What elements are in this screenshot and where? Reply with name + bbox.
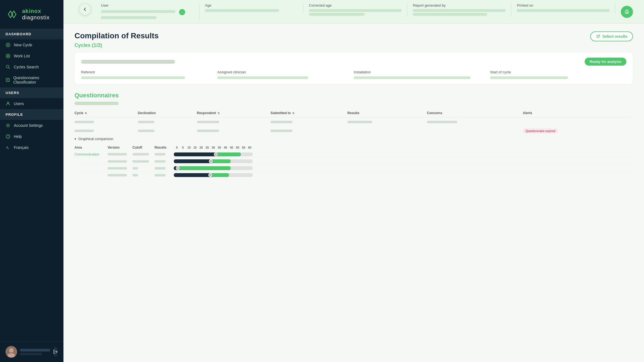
logo-text: akinox diagnostix (22, 8, 50, 21)
field-label: Referent (81, 70, 211, 74)
version-bar (108, 174, 127, 176)
progress-dot (176, 166, 180, 170)
field-label: Assigned clinician (217, 70, 347, 74)
logo-bottom: diagnostix (22, 14, 50, 21)
info-label-age: Age (205, 3, 298, 7)
select-results-button[interactable]: Select results (590, 31, 633, 41)
cutoff-bar (132, 153, 149, 155)
results-bar (155, 153, 166, 155)
print-button[interactable] (621, 6, 633, 18)
cycles-subtitle: Cycles (1/2) (74, 42, 633, 48)
col-results: Results (155, 144, 174, 151)
sidebar-item-cycles-search[interactable]: Cycles Search (0, 61, 63, 73)
svg-point-5 (7, 55, 9, 57)
table-row: Questionnaire expired (74, 126, 633, 135)
cell-bar (197, 130, 219, 132)
cell-bar (138, 121, 155, 123)
svg-text:?: ? (7, 135, 9, 138)
sidebar-item-new-cycle[interactable]: New Cycle (0, 39, 63, 50)
cutoff-bar (132, 160, 149, 163)
cell-bar (197, 121, 219, 123)
comparison-row: Communication (74, 151, 633, 158)
info-label-corrected-age: Corrected age (309, 3, 402, 7)
sidebar-item-help[interactable]: ? Help (0, 131, 63, 142)
comparison-table: Area Version Cutoff Results 0 5 10 15 20 (74, 144, 633, 178)
sidebar-item-label: Users (14, 101, 24, 106)
cell-bar (138, 130, 155, 132)
svg-rect-0 (6, 8, 19, 21)
svg-point-4 (6, 54, 10, 58)
plus-icon (6, 42, 10, 47)
sidebar-item-work-list[interactable]: Work List (0, 50, 63, 61)
sort-icon: ⇅ (292, 112, 294, 115)
sidebar-item-questionnaires-classification[interactable]: Questionnaires Classification (0, 73, 63, 87)
cell-bar (347, 121, 372, 123)
sidebar-item-label: Work List (14, 54, 30, 58)
user-value-bar (101, 10, 175, 13)
logout-button[interactable] (53, 347, 58, 356)
svg-point-18 (9, 348, 14, 353)
svg-point-12 (7, 125, 9, 126)
comparison-row (74, 165, 633, 172)
cell-bar (74, 130, 94, 132)
search-icon (6, 65, 10, 69)
language-icon: Ax (6, 145, 10, 150)
chevron-down-icon: ▾ (74, 137, 76, 141)
cell-bar (270, 121, 292, 123)
questionnaires-title: Questionnaires (74, 92, 633, 99)
cycle-fields: Referent Assigned clinician Installation… (81, 70, 626, 79)
info-label-user: User (101, 3, 194, 7)
field-value-bar (354, 76, 470, 79)
user-badge-icon: ♀ (179, 9, 185, 15)
help-icon: ? (6, 134, 10, 139)
avatar (6, 346, 17, 358)
info-col-user: User ♀ (95, 3, 199, 20)
col-scale: 0 5 10 15 20 25 30 35 40 45 50 (174, 144, 633, 151)
results-bar (155, 174, 166, 176)
info-col-report-generated: Report generated by (407, 3, 511, 17)
version-bar (108, 153, 127, 155)
back-button[interactable] (79, 3, 91, 15)
select-results-label: Select results (602, 34, 627, 39)
col-concerns: Concerns (427, 109, 523, 117)
questionnaires-filter-bar (74, 102, 119, 105)
comparison-row (74, 172, 633, 179)
graphical-comparison-toggle[interactable]: ▾ Graphical comparison (74, 135, 633, 143)
questionnaires-section: Questionnaires Cycle ⇅ Declination Respo… (74, 92, 633, 178)
info-label-printed-on: Printed on (517, 3, 610, 7)
sidebar-item-account-settings[interactable]: Account Settings (0, 120, 63, 131)
info-col-age: Age (199, 3, 304, 13)
progress-dark (174, 159, 211, 163)
sidebar-item-francais[interactable]: Ax Français (0, 142, 63, 153)
col-results: Results (347, 109, 427, 117)
progress-bar (174, 166, 253, 170)
main-content: User ♀ Age Corrected age Report generate… (63, 0, 644, 362)
sidebar-item-users[interactable]: Users (0, 98, 63, 109)
logo: akinox diagnostix (0, 0, 63, 29)
footer-user-info (20, 349, 50, 355)
svg-text:x: x (8, 147, 9, 150)
printed-on-bar (517, 9, 610, 12)
cutoff-bar (132, 174, 138, 176)
report-generated-sub-bar (413, 13, 487, 16)
info-col-printed-on: Printed on (511, 3, 615, 13)
sidebar-item-label: Cycles Search (14, 65, 39, 69)
comparison-row (74, 158, 633, 165)
users-icon (6, 101, 10, 106)
cell-bar (270, 130, 292, 132)
svg-rect-8 (6, 78, 9, 82)
gear-icon (6, 123, 10, 128)
col-cycle: Cycle ⇅ (74, 109, 138, 117)
cutoff-bar (132, 167, 138, 170)
svg-line-7 (9, 68, 10, 69)
cycle-title-bar (81, 60, 175, 64)
field-value-bar (217, 76, 308, 79)
sidebar-footer (0, 341, 63, 362)
sidebar-item-label: Account Settings (14, 123, 43, 128)
questionnaires-table: Cycle ⇅ Declination Respondent ⇅ Submitt… (74, 109, 633, 135)
field-label: Installation (354, 70, 483, 74)
progress-dot (214, 152, 218, 156)
cycle-card: Ready for analysis Referent Assigned cli… (74, 53, 633, 84)
sidebar-item-label: Questionnaires Classification (13, 76, 58, 84)
cell-bar (74, 121, 94, 123)
